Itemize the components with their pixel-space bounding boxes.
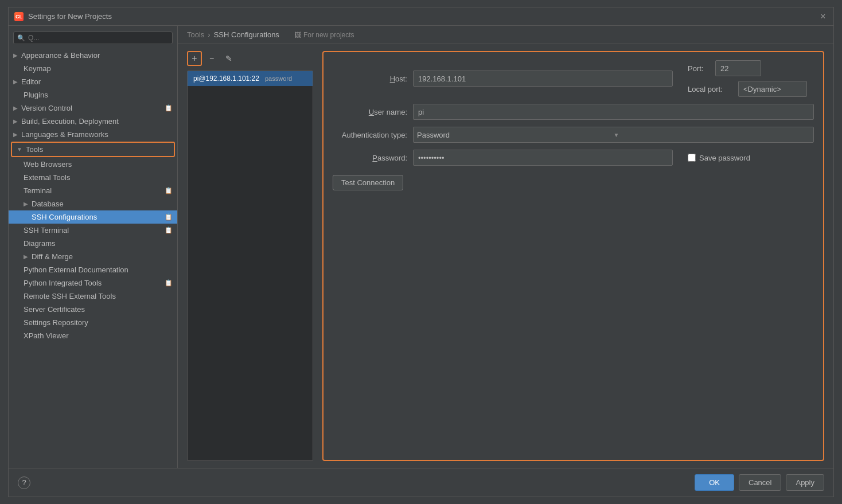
auth-type-dropdown[interactable]: Password ▼ <box>413 127 814 143</box>
sidebar-item-label: Web Browsers <box>24 160 72 169</box>
port-row: Port: <box>688 60 814 76</box>
dialog-body: 🔍 ▶ Appearance & Behavior Keymap ▶ Edito… <box>9 26 833 468</box>
auth-type-value: Password <box>417 131 614 139</box>
arrow-icon: ▶ <box>24 201 28 207</box>
right-side-fields: Port: Local port: <box>688 60 814 97</box>
ok-button[interactable]: OK <box>695 474 734 491</box>
sidebar-item-label: SSH Configurations <box>32 213 97 221</box>
sidebar-item-keymap[interactable]: Keymap <box>9 62 177 75</box>
sidebar-item-diagrams[interactable]: Diagrams <box>9 237 177 250</box>
sidebar-item-settings-repo[interactable]: Settings Repository <box>9 316 177 329</box>
arrow-icon: ▶ <box>13 118 18 124</box>
sidebar-item-label: Database <box>32 200 64 208</box>
close-button[interactable]: × <box>818 12 828 21</box>
auth-type-row: Authentication type: Password ▼ <box>333 127 814 143</box>
sidebar-item-ssh-terminal[interactable]: SSH Terminal 📋 <box>9 224 177 237</box>
sidebar-item-label: Python Integrated Tools <box>24 279 102 287</box>
sidebar-item-label: Server Certificates <box>24 305 85 314</box>
connection-tag: password <box>265 75 292 82</box>
test-connection-section: Test Connection <box>333 175 814 190</box>
help-button[interactable]: ? <box>18 476 30 489</box>
sidebar-item-editor[interactable]: ▶ Editor <box>9 75 177 88</box>
sidebar-item-python-ext-doc[interactable]: Python External Documentation <box>9 263 177 276</box>
arrow-icon: ▶ <box>13 52 18 58</box>
footer-left: ? <box>18 476 30 489</box>
password-input[interactable] <box>413 150 673 166</box>
left-panel: + − ✎ pi@192.168.1.101:22 password <box>187 51 313 461</box>
copy-icon: 📋 <box>165 213 173 221</box>
sidebar-item-label: Build, Execution, Deployment <box>21 117 119 126</box>
search-input[interactable] <box>28 34 169 42</box>
arrow-icon: ▶ <box>13 131 18 138</box>
connections-list: pi@192.168.1.101:22 password <box>187 71 313 461</box>
for-new-projects-label: For new projects <box>303 31 354 39</box>
username-input[interactable] <box>413 104 814 120</box>
save-password-checkbox[interactable] <box>688 154 696 162</box>
edit-button[interactable]: ✎ <box>221 51 236 66</box>
sidebar-item-label: Version Control <box>21 104 72 112</box>
arrow-icon: ▼ <box>17 146 22 153</box>
sidebar-item-ssh-configurations[interactable]: SSH Configurations 📋 <box>9 210 177 224</box>
sidebar-item-xpath[interactable]: XPath Viewer <box>9 329 177 342</box>
copy-icon: 📋 <box>165 226 173 234</box>
title-bar-left: CL Settings for New Projects <box>14 12 112 21</box>
sidebar-item-python-int-tools[interactable]: Python Integrated Tools 📋 <box>9 276 177 290</box>
add-button[interactable]: + <box>187 51 202 66</box>
title-bar: CL Settings for New Projects × <box>9 7 833 26</box>
breadcrumb-separator: › <box>208 30 210 39</box>
sidebar-item-build[interactable]: ▶ Build, Execution, Deployment <box>9 115 177 128</box>
username-row: User name: <box>333 104 814 120</box>
save-password-row: Save password <box>688 154 814 162</box>
dialog-title: Settings for New Projects <box>28 12 112 21</box>
save-password-label: Save password <box>699 154 750 162</box>
sidebar-item-label: SSH Terminal <box>24 226 69 235</box>
sidebar-item-label: Keymap <box>24 64 51 73</box>
host-input[interactable] <box>413 71 673 87</box>
sidebar-item-database[interactable]: ▶ Database <box>9 197 177 210</box>
footer-buttons: OK Cancel Apply <box>695 474 824 491</box>
host-row: Host: Port: Local port: <box>333 60 814 97</box>
settings-dialog: CL Settings for New Projects × 🔍 ▶ Appea… <box>8 7 834 497</box>
sidebar-item-web-browsers[interactable]: Web Browsers <box>9 158 177 171</box>
sidebar-item-label: Diff & Merge <box>32 252 73 261</box>
sidebar-item-terminal[interactable]: Terminal 📋 <box>9 184 177 197</box>
sidebar-item-label: Appearance & Behavior <box>21 51 100 60</box>
test-connection-button[interactable]: Test Connection <box>333 175 403 190</box>
sidebar-item-tools[interactable]: ▼ Tools <box>12 143 174 156</box>
port-input[interactable] <box>715 60 761 76</box>
auth-type-label: Authentication type: <box>333 131 407 139</box>
sidebar-item-external-tools[interactable]: External Tools <box>9 171 177 184</box>
connection-item[interactable]: pi@192.168.1.101:22 password <box>188 71 313 86</box>
copy-icon: 📋 <box>165 279 173 287</box>
sidebar-item-appearance[interactable]: ▶ Appearance & Behavior <box>9 49 177 62</box>
port-label: Port: <box>688 64 711 73</box>
chevron-down-icon: ▼ <box>614 132 810 138</box>
sidebar-item-server-certs[interactable]: Server Certificates <box>9 303 177 316</box>
for-new-projects-note: 🖼 For new projects <box>294 31 354 39</box>
sidebar-item-label: Settings Repository <box>24 318 88 327</box>
username-label: User name: <box>333 108 407 116</box>
sidebar-item-label: Plugins <box>24 91 48 99</box>
remove-button[interactable]: − <box>204 51 219 66</box>
search-box[interactable]: 🔍 <box>13 32 173 44</box>
sidebar-item-plugins[interactable]: Plugins <box>9 88 177 101</box>
cancel-button[interactable]: Cancel <box>739 474 781 491</box>
copy-icon: 📋 <box>165 187 173 194</box>
apply-button[interactable]: Apply <box>786 474 824 491</box>
sidebar-item-label: Tools <box>26 145 43 154</box>
sidebar-item-languages[interactable]: ▶ Languages & Frameworks <box>9 128 177 141</box>
connection-label: pi@192.168.1.101:22 <box>193 75 259 83</box>
arrow-icon: ▶ <box>24 253 28 260</box>
monitor-icon: 🖼 <box>294 31 301 39</box>
sidebar-item-remote-ssh[interactable]: Remote SSH External Tools <box>9 290 177 303</box>
local-port-label: Local port: <box>688 85 734 93</box>
local-port-row: Local port: <box>688 81 814 97</box>
sidebar-item-label: Editor <box>21 77 41 86</box>
sidebar-item-label: Languages & Frameworks <box>21 130 108 139</box>
sidebar-item-version-control[interactable]: ▶ Version Control 📋 <box>9 101 177 115</box>
sidebar-item-label: External Tools <box>24 173 70 182</box>
copy-icon: 📋 <box>165 104 173 112</box>
sidebar-item-label: Remote SSH External Tools <box>24 292 116 300</box>
local-port-input[interactable] <box>738 81 807 97</box>
sidebar-item-diff-merge[interactable]: ▶ Diff & Merge <box>9 250 177 263</box>
